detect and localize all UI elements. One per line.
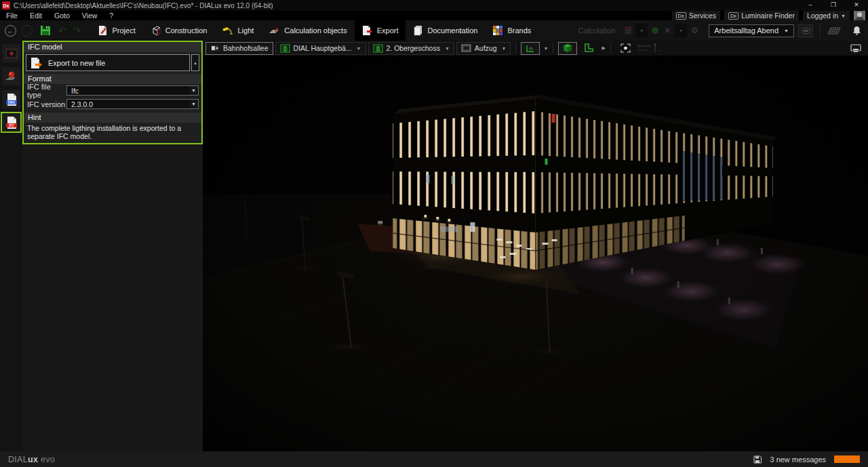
export-icon bbox=[362, 25, 373, 36]
site-label: Bahnhofsallee bbox=[223, 44, 269, 52]
tab-export[interactable]: Export bbox=[355, 20, 406, 41]
hint-text: The complete ligthing installation is ex… bbox=[24, 123, 201, 143]
messages-progress-badge[interactable] bbox=[834, 455, 860, 463]
green-window-accent bbox=[545, 159, 548, 165]
panel-title: IFC model bbox=[24, 42, 201, 52]
toolbar-divider bbox=[553, 43, 553, 54]
export-sidebar: DWG IFC bbox=[0, 41, 22, 451]
calculation-settings-icon[interactable]: ⚙ bbox=[688, 24, 701, 37]
tool-panel: IFC model Export to new file ▲ Format IF… bbox=[22, 41, 203, 451]
visualisation-icon[interactable] bbox=[827, 24, 841, 37]
sidebar-item-ifc-export[interactable]: IFC bbox=[2, 113, 20, 131]
ifc-file-type-select[interactable]: Ifc ▼ bbox=[66, 85, 199, 96]
export-button-label: Export to new file bbox=[48, 59, 105, 67]
light-scene-editor-icon[interactable] bbox=[798, 24, 813, 37]
tab-calculation-objects[interactable]: Calculation objects bbox=[261, 20, 354, 41]
ifc-file-type-row: IFC file type Ifc ▼ bbox=[24, 84, 201, 97]
statusbar: DIALux evo 3 new messages bbox=[0, 451, 868, 467]
storey-select[interactable]: 2. Obergeschoss ▼ bbox=[368, 42, 454, 55]
user-avatar[interactable] bbox=[854, 11, 865, 20]
scale-icon: m bbox=[526, 44, 535, 53]
sidebar-item-raytracer[interactable] bbox=[2, 67, 20, 85]
room-select[interactable]: Aufzug ▼ bbox=[456, 42, 511, 55]
view-3d-button[interactable] bbox=[558, 42, 577, 55]
scale-mode-button[interactable]: m bbox=[521, 42, 540, 55]
maximize-button[interactable]: ❐ bbox=[822, 0, 845, 11]
dialux-evo-window: Dx C:\Users\allefeld\Desktop\Aktuelles\I… bbox=[0, 0, 868, 467]
viewport-toolbar: Bahnhofsallee DIAL Hauptgebä... ▼ 2. Obe… bbox=[203, 41, 868, 56]
project-icon bbox=[98, 25, 108, 36]
main-toolbar: ← → ↶ ↷ Project Construction Light Calcu… bbox=[0, 20, 868, 41]
site-button[interactable]: Bahnhofsallee bbox=[205, 42, 273, 55]
tab-label: Project bbox=[112, 26, 135, 35]
luminaire-finder-button[interactable]: Dx Luminaire Finder bbox=[724, 11, 799, 20]
autosave-icon bbox=[753, 455, 762, 464]
sidebar-item-picture-export[interactable] bbox=[2, 44, 20, 62]
measure-vertical-icon[interactable] bbox=[653, 43, 663, 53]
logged-in-menu[interactable]: Logged in ▼ bbox=[803, 11, 850, 20]
construction-icon bbox=[151, 25, 161, 36]
menu-view[interactable]: View bbox=[76, 12, 104, 20]
measure-horizontal-icon[interactable] bbox=[637, 44, 651, 52]
forward-button[interactable]: → bbox=[21, 25, 33, 37]
storey-value: 2. Obergeschoss bbox=[387, 44, 440, 52]
scale-unit-label: m bbox=[529, 46, 533, 51]
room-value: Aufzug bbox=[475, 44, 497, 52]
scale-dropdown[interactable]: ▼ bbox=[543, 46, 548, 51]
ifc-version-select[interactable]: 2.3.0.0 ▼ bbox=[66, 99, 199, 109]
light-scene-value: Arbeitsalltag Abend bbox=[714, 26, 778, 35]
toolbar-divider bbox=[610, 43, 611, 54]
tab-documentation[interactable]: Documentation bbox=[406, 20, 485, 41]
cancel-dropdown[interactable]: ▼ bbox=[675, 24, 687, 37]
tab-label: Light bbox=[237, 26, 254, 35]
messages-link[interactable]: 3 new messages bbox=[770, 455, 826, 464]
calculator-icon[interactable] bbox=[622, 24, 634, 37]
close-button[interactable]: ✕ bbox=[845, 0, 868, 11]
export-to-new-file-button[interactable]: Export to new file bbox=[26, 54, 190, 71]
menu-edit[interactable]: Edit bbox=[24, 12, 48, 20]
ifc-version-row: IFC version 2.3.0.0 ▼ bbox=[24, 98, 201, 110]
calculation-label: Calculation bbox=[578, 26, 615, 35]
documentation-icon bbox=[413, 25, 423, 36]
calculation-dropdown[interactable]: ▼ bbox=[635, 24, 648, 37]
menu-goto[interactable]: Goto bbox=[48, 12, 76, 20]
chevron-down-icon: ▼ bbox=[502, 46, 507, 51]
menubar: File Edit Goto View ? Dx Services Dx Lum… bbox=[0, 11, 868, 20]
ifc-version-value: 2.3.0.0 bbox=[71, 100, 93, 108]
dwg-icon-label: DWG bbox=[7, 100, 16, 104]
plan-view-icon bbox=[584, 43, 593, 53]
tab-light[interactable]: Light bbox=[214, 20, 261, 41]
tab-construction[interactable]: Construction bbox=[143, 20, 215, 41]
bell-icon[interactable] bbox=[850, 24, 863, 37]
ifc-file-type-value: Ifc bbox=[71, 87, 79, 95]
export-options-button[interactable]: ▲ bbox=[191, 54, 199, 71]
energy-icon[interactable] bbox=[649, 24, 661, 37]
tab-brands[interactable]: Brands bbox=[485, 20, 538, 41]
view-plan-button[interactable] bbox=[579, 42, 598, 55]
display-icon[interactable] bbox=[850, 44, 861, 53]
calculation-objects-icon bbox=[269, 25, 280, 36]
chevron-down-icon: ▼ bbox=[357, 46, 361, 51]
room-icon bbox=[461, 44, 471, 52]
undo-icon[interactable]: ↶ bbox=[58, 25, 66, 36]
menu-help[interactable]: ? bbox=[103, 12, 119, 20]
ifc-export-icon: IFC bbox=[5, 116, 18, 129]
menu-file[interactable]: File bbox=[0, 12, 24, 20]
tab-project[interactable]: Project bbox=[90, 20, 142, 41]
raytracer-icon bbox=[5, 70, 18, 82]
services-button[interactable]: Dx Services bbox=[672, 11, 720, 20]
render-3d-scene[interactable] bbox=[203, 56, 868, 451]
sidebar-item-dwg-export[interactable]: DWG bbox=[2, 90, 20, 108]
cancel-calculation-icon[interactable]: ✕ bbox=[661, 24, 673, 37]
light-scene-select[interactable]: Arbeitsalltag Abend ▼ bbox=[709, 24, 794, 37]
view-more-button[interactable]: ▶ bbox=[601, 45, 605, 51]
building-select[interactable]: DIAL Hauptgebä... ▼ bbox=[275, 42, 366, 55]
zoom-fit-button[interactable] bbox=[616, 42, 635, 55]
toolbar-divider bbox=[515, 43, 516, 54]
redo-icon[interactable]: ↷ bbox=[73, 25, 81, 36]
back-button[interactable]: ← bbox=[5, 25, 16, 37]
titlebar: Dx C:\Users\allefeld\Desktop\Aktuelles\I… bbox=[0, 0, 868, 11]
minimize-button[interactable]: – bbox=[799, 0, 822, 11]
app-icon: Dx bbox=[2, 1, 10, 9]
save-icon[interactable] bbox=[39, 24, 52, 37]
